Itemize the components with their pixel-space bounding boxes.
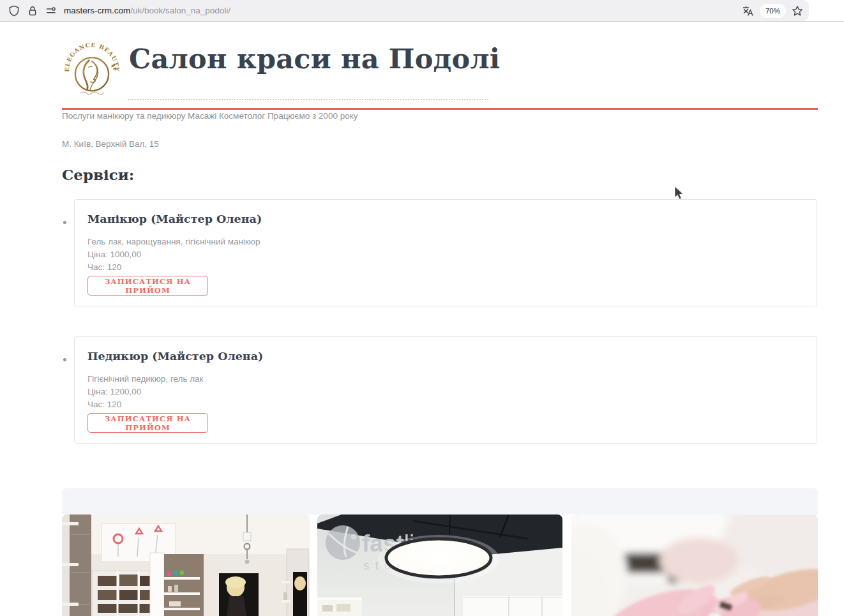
gallery-photo-salon-interior [62,515,310,616]
shield-icon[interactable] [8,5,20,17]
salon-address: М. Київ, Верхній Вал, 15 [62,139,159,149]
book-appointment-button[interactable]: ЗАПИСАТИСЯ НА ПРИЙОМ [87,413,208,433]
time-label: Час: [87,262,105,272]
service-title: Педикюр (Майстер Олена) [87,350,263,363]
translate-icon[interactable] [742,5,754,17]
bookmark-star-icon[interactable] [792,5,803,17]
accent-divider [62,108,818,110]
price-label: Ціна: [87,387,108,396]
service-description: Гігієнічний педикюр, гель лак [87,374,204,384]
time-label: Час: [87,400,105,409]
list-bullet [63,358,66,361]
salon-logo: ELEGANCE BEAUTY [63,41,121,98]
service-card-manicure: Манікюр (Майстер Олена) Гель лак, нарощу… [74,199,817,306]
lock-icon[interactable] [27,5,38,17]
book-appointment-button[interactable]: ЗАПИСАТИСЯ НА ПРИЙОМ [87,276,208,296]
service-duration: Час: 120 [87,262,121,272]
gallery-photo-ceiling-lamp: fastline studio [317,515,562,616]
price-value: 1200,00 [110,387,141,396]
mouse-cursor [674,186,685,200]
service-duration: Час: 120 [87,400,121,409]
browser-toolbar: masters-crm.com/uk/book/salon_na_podoli/… [0,0,844,22]
service-title: Манікюр (Майстер Олена) [87,213,262,225]
services-heading: Сервіси: [62,166,134,183]
url-path: /uk/book/salon_na_podoli/ [130,6,230,15]
permissions-icon[interactable] [45,5,57,17]
address-bar[interactable]: masters-crm.com/uk/book/salon_na_podoli/… [0,0,809,21]
time-value: 120 [107,262,122,272]
list-bullet [63,221,66,224]
time-value: 120 [107,400,122,409]
zoom-level-badge[interactable]: 70% [760,4,786,18]
url-text[interactable]: masters-crm.com/uk/book/salon_na_podoli/ [64,6,230,15]
title-dotted-divider [128,99,488,100]
page-title: Салон краси на Подолі [129,43,500,75]
page-content: ELEGANCE BEAUTY Салон краси на Подолі По… [0,22,844,616]
gallery-section-strip [62,488,818,515]
service-card-pedicure: Педикюр (Майстер Олена) Гігієнічний педи… [74,336,817,444]
service-price: Ціна: 1200,00 [87,387,141,396]
salon-description: Послуги манікюру та педикюру Масажі Косм… [62,111,358,121]
price-label: Ціна: [87,250,108,259]
service-price: Ціна: 1000,00 [87,250,141,259]
url-domain: masters-crm.com [64,6,130,15]
gallery-photo-manicure [571,515,818,616]
price-value: 1000,00 [110,250,141,259]
logo-script-line [80,92,103,94]
service-description: Гель лак, нарощування, гігієнічний манік… [87,237,260,246]
